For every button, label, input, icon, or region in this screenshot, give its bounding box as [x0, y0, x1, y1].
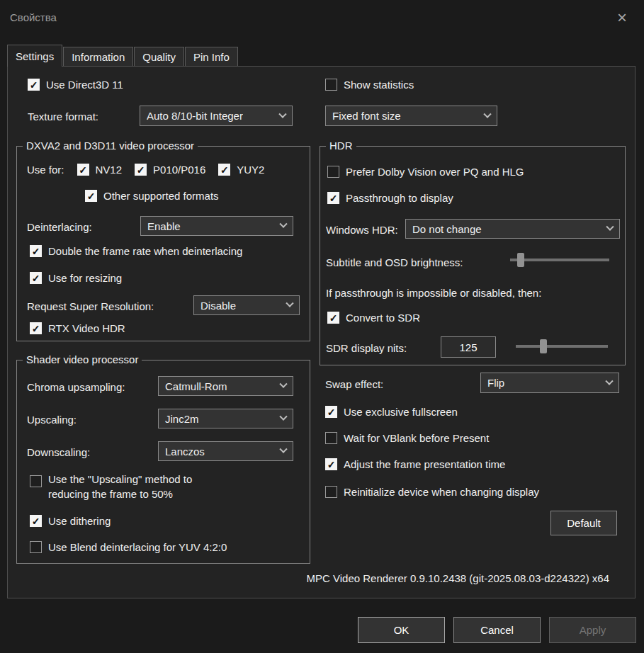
upscaling-value: Jinc2m: [165, 413, 199, 425]
convert-to-sdr-checkbox[interactable]: [327, 312, 339, 324]
sdr-nits-input[interactable]: [441, 336, 496, 358]
tab-information-label: Information: [72, 51, 125, 63]
settings-panel: Use Direct3D 11 Texture format: Auto 8/1…: [7, 66, 635, 598]
upscaling-method-50-checkbox[interactable]: [30, 475, 42, 487]
chevron-down-icon: [606, 223, 614, 231]
super-resolution-dropdown[interactable]: Disable: [193, 295, 300, 315]
use-direct3d11-checkbox[interactable]: [28, 79, 40, 91]
adjust-frame-time-label: Adjust the frame presentation time: [344, 458, 505, 470]
super-resolution-label: Request Super Resolution:: [27, 300, 154, 312]
use-for-resizing-checkbox[interactable]: [30, 272, 42, 284]
adjust-frame-time-row[interactable]: Adjust the frame presentation time: [325, 458, 505, 470]
use-for-resizing-row[interactable]: Use for resizing: [30, 272, 122, 284]
hdr-group: HDR Prefer Dolby Vision over PQ and HLG …: [320, 146, 626, 365]
dxva-group-title: DXVA2 and D3D11 video processor: [23, 140, 198, 152]
format-nv12-item[interactable]: NV12: [77, 164, 123, 176]
prefer-dolby-vision-row[interactable]: Prefer Dolby Vision over PQ and HLG: [327, 166, 524, 178]
sdr-nits-slider-track[interactable]: [516, 345, 608, 348]
texture-format-dropdown[interactable]: Auto 8/10-bit Integer: [140, 106, 293, 126]
convert-to-sdr-row[interactable]: Convert to SDR: [327, 312, 420, 324]
use-dithering-checkbox[interactable]: [30, 515, 42, 527]
super-resolution-value: Disable: [200, 300, 236, 312]
default-button[interactable]: Default: [550, 511, 617, 535]
blend-deinterlacing-row[interactable]: Use Blend deinterlacing for YUV 4:2:0: [30, 541, 227, 553]
apply-button[interactable]: Apply: [549, 617, 636, 643]
windows-hdr-dropdown[interactable]: Do not change: [405, 219, 620, 239]
tab-quality[interactable]: Quality: [134, 47, 184, 66]
use-direct3d11-row[interactable]: Use Direct3D 11: [28, 79, 123, 91]
hdr-group-title: HDR: [326, 140, 356, 152]
convert-to-sdr-label: Convert to SDR: [346, 312, 420, 324]
rtx-video-hdr-checkbox[interactable]: [30, 322, 42, 334]
texture-format-label: Texture format:: [28, 110, 98, 123]
reinit-device-checkbox[interactable]: [325, 486, 337, 498]
format-p010-item[interactable]: P010/P016: [135, 164, 205, 176]
tab-information[interactable]: Information: [63, 47, 133, 66]
exclusive-fullscreen-label: Use exclusive fullscreen: [344, 406, 458, 418]
wait-vblank-checkbox[interactable]: [325, 432, 337, 444]
format-yuy2-checkbox[interactable]: [218, 164, 230, 176]
downscaling-value: Lanczos: [165, 445, 205, 458]
double-frame-rate-checkbox[interactable]: [30, 245, 42, 257]
swap-effect-dropdown[interactable]: Flip: [480, 373, 619, 393]
osd-brightness-slider-thumb[interactable]: [517, 253, 524, 267]
shader-group-title: Shader video processor: [23, 353, 142, 365]
blend-deinterlacing-checkbox[interactable]: [30, 541, 42, 553]
chroma-upsampling-dropdown[interactable]: Catmull-Rom: [158, 376, 293, 396]
sdr-nits-slider[interactable]: [516, 339, 608, 353]
downscaling-dropdown[interactable]: Lanczos: [158, 441, 293, 461]
tab-pin-info[interactable]: Pin Info: [185, 47, 238, 66]
show-statistics-row[interactable]: Show statistics: [325, 79, 414, 91]
osd-brightness-slider[interactable]: [510, 253, 609, 267]
other-formats-row[interactable]: Other supported formats: [85, 190, 219, 202]
passthrough-note: If passthrough is impossible or disabled…: [326, 287, 541, 299]
cancel-button[interactable]: Cancel: [453, 617, 541, 643]
downscaling-label: Downscaling:: [27, 446, 90, 458]
osd-brightness-slider-track[interactable]: [510, 259, 609, 261]
show-statistics-checkbox[interactable]: [325, 79, 337, 91]
exclusive-fullscreen-row[interactable]: Use exclusive fullscreen: [325, 406, 458, 418]
close-icon[interactable]: ×: [611, 7, 633, 28]
reinit-device-row[interactable]: Reinitialize device when changing displa…: [325, 486, 539, 498]
reinit-device-label: Reinitialize device when changing displa…: [344, 486, 539, 498]
passthrough-row[interactable]: Passthrough to display: [327, 192, 453, 204]
ok-button[interactable]: OK: [358, 617, 445, 643]
show-statistics-label: Show statistics: [344, 79, 414, 91]
chevron-down-icon: [483, 110, 491, 118]
tab-strip: Settings Information Quality Pin Info: [7, 45, 239, 66]
dxva-group: DXVA2 and D3D11 video processor Use for:…: [16, 146, 310, 341]
exclusive-fullscreen-checkbox[interactable]: [325, 406, 337, 418]
rtx-video-hdr-row[interactable]: RTX Video HDR: [30, 322, 125, 334]
other-formats-label: Other supported formats: [103, 190, 219, 202]
windows-hdr-label: Windows HDR:: [326, 224, 398, 236]
prefer-dolby-vision-checkbox[interactable]: [327, 166, 339, 178]
format-yuy2-item[interactable]: YUY2: [218, 164, 264, 176]
shader-group: Shader video processor Chroma upsampling…: [16, 360, 310, 564]
tab-settings[interactable]: Settings: [7, 45, 62, 67]
osd-brightness-label: Subtitle and OSD brightness:: [326, 256, 463, 268]
font-size-dropdown[interactable]: Fixed font size: [325, 106, 497, 126]
chevron-down-icon: [278, 110, 286, 118]
passthrough-checkbox[interactable]: [327, 192, 339, 204]
font-size-value: Fixed font size: [332, 110, 401, 122]
upscaling-method-50-row[interactable]: Use the "Upscaling" method to reducing t…: [30, 472, 222, 501]
sdr-nits-label: SDR display nits:: [326, 342, 407, 354]
deinterlacing-dropdown[interactable]: Enable: [140, 216, 293, 236]
renderer-version-text: MPC Video Renderer 0.9.10.2438 (git-2025…: [306, 572, 609, 584]
format-p010-checkbox[interactable]: [135, 164, 147, 176]
format-nv12-checkbox[interactable]: [77, 164, 89, 176]
adjust-frame-time-checkbox[interactable]: [325, 458, 337, 470]
other-formats-checkbox[interactable]: [85, 190, 97, 202]
upscaling-dropdown[interactable]: Jinc2m: [158, 409, 293, 428]
title-bar: Свойства ×: [0, 0, 644, 37]
chevron-down-icon: [279, 445, 287, 453]
chevron-down-icon: [279, 413, 287, 421]
sdr-nits-slider-thumb[interactable]: [540, 339, 547, 353]
double-frame-rate-row[interactable]: Double the frame rate when deinterlacing: [30, 245, 242, 257]
wait-vblank-row[interactable]: Wait for VBlank before Present: [325, 432, 489, 444]
deinterlacing-value: Enable: [147, 220, 181, 232]
upscaling-method-50-label: Use the "Upscaling" method to reducing t…: [48, 472, 222, 501]
blend-deinterlacing-label: Use Blend deinterlacing for YUV 4:2:0: [48, 541, 227, 553]
use-for-row: Use for: NV12 P010/P016 YUY2: [27, 164, 264, 176]
use-dithering-row[interactable]: Use dithering: [30, 515, 111, 527]
